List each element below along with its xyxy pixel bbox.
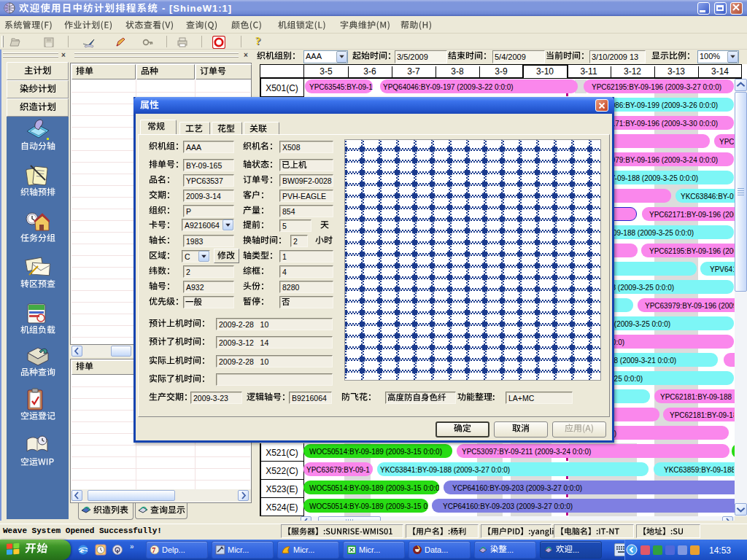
svg-text:e: e: [80, 545, 84, 554]
svg-text:7: 7: [152, 546, 155, 554]
